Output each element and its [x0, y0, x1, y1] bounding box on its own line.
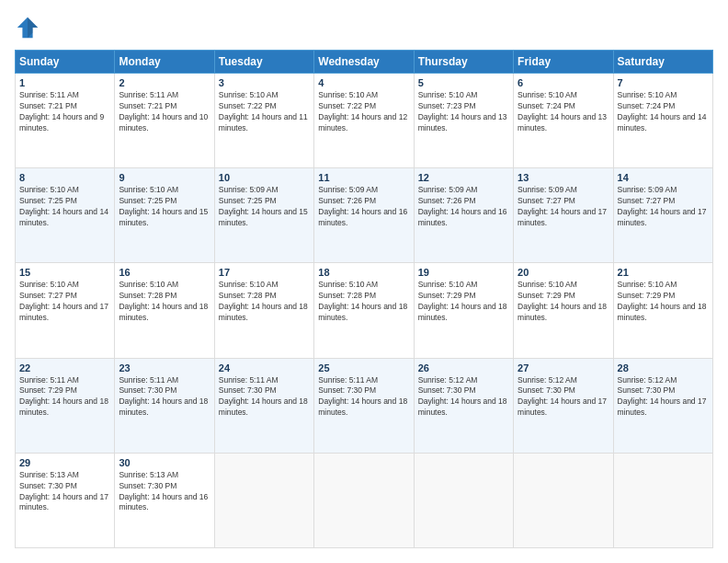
calendar-cell: 11Sunrise: 5:09 AMSunset: 7:26 PMDayligh… [314, 168, 414, 263]
logo-icon [15, 15, 40, 40]
calendar-cell: 8Sunrise: 5:10 AMSunset: 7:25 PMDaylight… [16, 168, 115, 263]
calendar-cell [314, 453, 414, 547]
day-info: Sunrise: 5:13 AMSunset: 7:30 PMDaylight:… [119, 470, 210, 514]
day-number: 10 [219, 172, 310, 183]
day-info: Sunrise: 5:09 AMSunset: 7:27 PMDaylight:… [518, 185, 609, 229]
day-info: Sunrise: 5:12 AMSunset: 7:30 PMDaylight:… [618, 375, 709, 419]
calendar-week-4: 22Sunrise: 5:11 AMSunset: 7:29 PMDayligh… [16, 358, 713, 453]
day-number: 29 [19, 457, 110, 468]
calendar-cell: 30Sunrise: 5:13 AMSunset: 7:30 PMDayligh… [115, 453, 214, 547]
calendar-cell: 16Sunrise: 5:10 AMSunset: 7:28 PMDayligh… [115, 263, 214, 358]
day-number: 21 [618, 267, 709, 278]
day-info: Sunrise: 5:10 AMSunset: 7:29 PMDaylight:… [418, 280, 509, 324]
calendar-week-2: 8Sunrise: 5:10 AMSunset: 7:25 PMDaylight… [16, 168, 713, 263]
day-info: Sunrise: 5:11 AMSunset: 7:30 PMDaylight:… [219, 375, 310, 419]
calendar-week-3: 15Sunrise: 5:10 AMSunset: 7:27 PMDayligh… [16, 263, 713, 358]
day-number: 18 [318, 267, 409, 278]
day-number: 23 [119, 362, 210, 373]
day-number: 30 [119, 457, 210, 468]
day-number: 15 [19, 267, 110, 278]
calendar-cell: 3Sunrise: 5:10 AMSunset: 7:22 PMDaylight… [214, 74, 313, 168]
calendar-cell: 10Sunrise: 5:09 AMSunset: 7:25 PMDayligh… [214, 168, 313, 263]
calendar-cell: 26Sunrise: 5:12 AMSunset: 7:30 PMDayligh… [414, 358, 513, 453]
calendar-cell [414, 453, 513, 547]
calendar-cell: 13Sunrise: 5:09 AMSunset: 7:27 PMDayligh… [514, 168, 613, 263]
day-number: 26 [418, 362, 509, 373]
day-info: Sunrise: 5:10 AMSunset: 7:25 PMDaylight:… [19, 185, 110, 229]
day-number: 9 [119, 172, 210, 183]
calendar-cell: 12Sunrise: 5:09 AMSunset: 7:26 PMDayligh… [414, 168, 513, 263]
day-number: 24 [219, 362, 310, 373]
header [15, 15, 713, 40]
day-number: 27 [518, 362, 609, 373]
day-info: Sunrise: 5:10 AMSunset: 7:28 PMDaylight:… [119, 280, 210, 324]
day-number: 22 [19, 362, 110, 373]
calendar-cell: 20Sunrise: 5:10 AMSunset: 7:29 PMDayligh… [514, 263, 613, 358]
col-monday: Monday [115, 51, 214, 74]
day-info: Sunrise: 5:09 AMSunset: 7:26 PMDaylight:… [318, 185, 409, 229]
calendar-cell: 5Sunrise: 5:10 AMSunset: 7:23 PMDaylight… [414, 74, 513, 168]
day-number: 11 [318, 172, 409, 183]
day-number: 14 [618, 172, 709, 183]
day-info: Sunrise: 5:09 AMSunset: 7:26 PMDaylight:… [418, 185, 509, 229]
calendar-cell: 15Sunrise: 5:10 AMSunset: 7:27 PMDayligh… [16, 263, 115, 358]
col-sunday: Sunday [16, 51, 115, 74]
day-number: 8 [19, 172, 110, 183]
day-number: 25 [318, 362, 409, 373]
day-info: Sunrise: 5:10 AMSunset: 7:27 PMDaylight:… [19, 280, 110, 324]
day-number: 5 [418, 77, 509, 88]
day-number: 7 [618, 77, 709, 88]
day-number: 19 [418, 267, 509, 278]
day-info: Sunrise: 5:10 AMSunset: 7:29 PMDaylight:… [618, 280, 709, 324]
col-tuesday: Tuesday [214, 51, 313, 74]
day-number: 3 [219, 77, 310, 88]
day-info: Sunrise: 5:11 AMSunset: 7:21 PMDaylight:… [19, 90, 110, 134]
calendar-cell: 1Sunrise: 5:11 AMSunset: 7:21 PMDaylight… [16, 74, 115, 168]
calendar-cell: 19Sunrise: 5:10 AMSunset: 7:29 PMDayligh… [414, 263, 513, 358]
day-info: Sunrise: 5:11 AMSunset: 7:30 PMDaylight:… [119, 375, 210, 419]
calendar-table: Sunday Monday Tuesday Wednesday Thursday… [15, 50, 713, 548]
day-number: 17 [219, 267, 310, 278]
calendar-cell: 27Sunrise: 5:12 AMSunset: 7:30 PMDayligh… [514, 358, 613, 453]
day-number: 13 [518, 172, 609, 183]
day-info: Sunrise: 5:09 AMSunset: 7:27 PMDaylight:… [618, 185, 709, 229]
calendar-cell [613, 453, 712, 547]
col-wednesday: Wednesday [314, 51, 414, 74]
day-info: Sunrise: 5:11 AMSunset: 7:30 PMDaylight:… [318, 375, 409, 419]
calendar-cell: 2Sunrise: 5:11 AMSunset: 7:21 PMDaylight… [115, 74, 214, 168]
day-info: Sunrise: 5:10 AMSunset: 7:24 PMDaylight:… [618, 90, 709, 134]
calendar-cell: 17Sunrise: 5:10 AMSunset: 7:28 PMDayligh… [214, 263, 313, 358]
calendar-cell: 22Sunrise: 5:11 AMSunset: 7:29 PMDayligh… [16, 358, 115, 453]
day-number: 20 [518, 267, 609, 278]
calendar-cell: 25Sunrise: 5:11 AMSunset: 7:30 PMDayligh… [314, 358, 414, 453]
day-info: Sunrise: 5:12 AMSunset: 7:30 PMDaylight:… [418, 375, 509, 419]
day-info: Sunrise: 5:09 AMSunset: 7:25 PMDaylight:… [219, 185, 310, 229]
day-info: Sunrise: 5:10 AMSunset: 7:29 PMDaylight:… [518, 280, 609, 324]
calendar-week-1: 1Sunrise: 5:11 AMSunset: 7:21 PMDaylight… [16, 74, 713, 168]
day-info: Sunrise: 5:10 AMSunset: 7:25 PMDaylight:… [119, 185, 210, 229]
day-info: Sunrise: 5:10 AMSunset: 7:28 PMDaylight:… [318, 280, 409, 324]
col-thursday: Thursday [414, 51, 513, 74]
day-info: Sunrise: 5:10 AMSunset: 7:22 PMDaylight:… [219, 90, 310, 134]
calendar-cell [514, 453, 613, 547]
col-saturday: Saturday [613, 51, 712, 74]
day-info: Sunrise: 5:12 AMSunset: 7:30 PMDaylight:… [518, 375, 609, 419]
day-info: Sunrise: 5:13 AMSunset: 7:30 PMDaylight:… [19, 470, 110, 514]
col-friday: Friday [514, 51, 613, 74]
day-number: 1 [19, 77, 110, 88]
calendar-header-row: Sunday Monday Tuesday Wednesday Thursday… [16, 51, 713, 74]
day-info: Sunrise: 5:10 AMSunset: 7:28 PMDaylight:… [219, 280, 310, 324]
calendar-cell: 4Sunrise: 5:10 AMSunset: 7:22 PMDaylight… [314, 74, 414, 168]
calendar-cell: 7Sunrise: 5:10 AMSunset: 7:24 PMDaylight… [613, 74, 712, 168]
calendar-week-5: 29Sunrise: 5:13 AMSunset: 7:30 PMDayligh… [16, 453, 713, 547]
calendar-cell: 21Sunrise: 5:10 AMSunset: 7:29 PMDayligh… [613, 263, 712, 358]
day-info: Sunrise: 5:10 AMSunset: 7:23 PMDaylight:… [418, 90, 509, 134]
day-info: Sunrise: 5:10 AMSunset: 7:24 PMDaylight:… [518, 90, 609, 134]
page: Sunday Monday Tuesday Wednesday Thursday… [0, 0, 728, 563]
calendar-cell [214, 453, 313, 547]
day-number: 28 [618, 362, 709, 373]
day-number: 4 [318, 77, 409, 88]
day-number: 2 [119, 77, 210, 88]
calendar-cell: 28Sunrise: 5:12 AMSunset: 7:30 PMDayligh… [613, 358, 712, 453]
day-info: Sunrise: 5:10 AMSunset: 7:22 PMDaylight:… [318, 90, 409, 134]
